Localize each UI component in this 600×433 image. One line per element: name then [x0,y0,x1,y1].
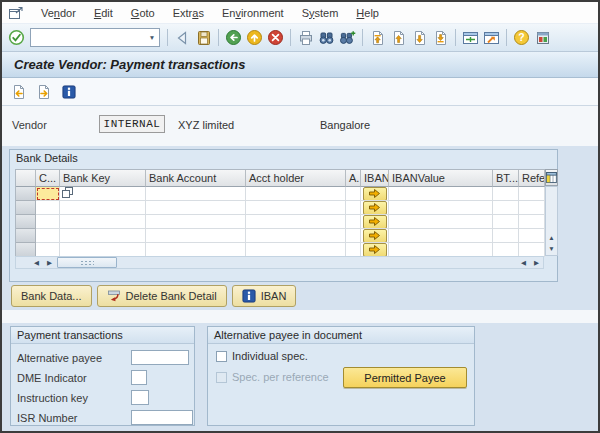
checkbox-box[interactable] [216,351,227,362]
table-cell[interactable] [361,201,389,215]
find-icon[interactable] [316,27,337,48]
table-cell[interactable] [60,243,146,257]
table-cell[interactable] [60,187,146,201]
table-cell[interactable] [246,201,346,215]
scroll-left-icon-2[interactable]: ◀ [517,257,530,268]
next-screen-icon[interactable] [34,82,54,102]
table-cell[interactable] [493,201,519,215]
command-field[interactable]: ▼ [30,28,160,47]
table-cell[interactable] [36,243,60,257]
last-page-icon[interactable] [430,27,451,48]
table-cell[interactable] [246,243,346,257]
back-arrow-icon[interactable] [172,27,193,48]
menu-help[interactable]: Help [347,5,388,21]
row-selector[interactable] [16,187,36,201]
table-cell[interactable] [519,201,545,215]
dme-indicator-field[interactable] [131,370,147,385]
column-header-ibanvalue[interactable]: IBANValue [389,170,493,187]
row-selector[interactable] [16,215,36,229]
iban-detail-button[interactable] [363,229,387,243]
isr-number-field[interactable] [131,410,193,425]
table-cell[interactable] [389,243,493,257]
table-cell[interactable] [389,229,493,243]
enter-icon[interactable] [6,27,27,48]
vendor-number-field[interactable]: INTERNAL [99,115,165,133]
row-selector[interactable] [16,229,36,243]
table-cell[interactable] [361,243,389,257]
scroll-down-icon[interactable]: ▼ [546,244,557,255]
individual-spec-checkbox[interactable]: Individual spec. [216,350,308,362]
table-cell[interactable] [361,187,389,201]
table-cell[interactable] [493,243,519,257]
create-shortcut-icon[interactable] [481,27,502,48]
table-cell[interactable] [361,215,389,229]
vertical-scrollbar[interactable]: ▲ ▼ [545,186,558,256]
menu-goto[interactable]: Goto [122,5,164,21]
menu-edit[interactable]: Edit [85,5,122,21]
previous-screen-icon[interactable] [9,82,29,102]
column-header-c[interactable]: C... [36,170,60,187]
table-cell[interactable] [519,243,545,257]
table-cell[interactable] [361,229,389,243]
table-cell[interactable] [60,201,146,215]
delete-bank-detail-button[interactable]: Delete Bank Detail [97,285,227,307]
nav-cancel-icon[interactable] [265,27,286,48]
scroll-up-icon[interactable]: ▲ [546,233,557,244]
table-cell[interactable] [519,187,545,201]
table-cell[interactable] [146,187,246,201]
scroll-right-icon-2[interactable]: ▶ [530,257,543,268]
table-cell[interactable] [493,215,519,229]
table-cell[interactable] [346,187,361,201]
menu-environment[interactable]: Environment [213,5,293,21]
command-input[interactable] [31,30,145,45]
customize-layout-icon[interactable] [532,27,553,48]
iban-detail-button[interactable] [363,187,387,201]
print-icon[interactable] [295,27,316,48]
chevron-down-icon[interactable]: ▼ [145,29,159,46]
find-next-icon[interactable] [337,27,358,48]
table-cell[interactable] [346,201,361,215]
column-header-iban[interactable]: IBAN [361,170,389,187]
system-menu-icon[interactable] [6,5,26,21]
column-header-bankkey[interactable]: Bank Key [60,170,146,187]
nav-exit-icon[interactable] [244,27,265,48]
table-cell[interactable] [346,229,361,243]
new-session-icon[interactable] [460,27,481,48]
column-header-refe[interactable]: Refe [519,170,545,187]
column-header-bt[interactable]: BT... [493,170,519,187]
table-cell[interactable] [519,215,545,229]
alternative-payee-field[interactable] [131,350,189,365]
table-cell[interactable] [36,215,60,229]
info-icon[interactable] [59,82,79,102]
table-cell[interactable] [346,215,361,229]
help-icon[interactable]: ? [511,27,532,48]
table-cell[interactable] [389,201,493,215]
iban-detail-button[interactable] [363,215,387,229]
table-cell[interactable] [146,243,246,257]
table-cell[interactable] [493,187,519,201]
permitted-payee-button[interactable]: Permitted Payee [343,367,467,388]
page-down-icon[interactable] [409,27,430,48]
table-cell[interactable] [36,229,60,243]
table-cell[interactable] [146,229,246,243]
first-page-icon[interactable] [367,27,388,48]
table-cell[interactable] [146,215,246,229]
iban-button[interactable]: IBAN [232,285,297,307]
table-cell[interactable] [36,187,60,201]
table-cell[interactable] [389,187,493,201]
column-header-bankaccount[interactable]: Bank Account [146,170,246,187]
instruction-key-field[interactable] [131,390,149,405]
scrollbar-thumb[interactable] [57,257,117,268]
table-cell[interactable] [36,201,60,215]
save-icon[interactable] [193,27,214,48]
row-selector[interactable] [16,201,36,215]
row-selector[interactable] [16,243,36,257]
table-cell[interactable] [246,229,346,243]
column-header-acctholder[interactable]: Acct holder [246,170,346,187]
table-settings-icon[interactable] [545,169,558,186]
column-header-selector[interactable] [16,170,36,187]
table-cell[interactable] [60,215,146,229]
iban-detail-button[interactable] [363,243,387,257]
page-up-icon[interactable] [388,27,409,48]
menu-extras[interactable]: Extras [164,5,213,21]
